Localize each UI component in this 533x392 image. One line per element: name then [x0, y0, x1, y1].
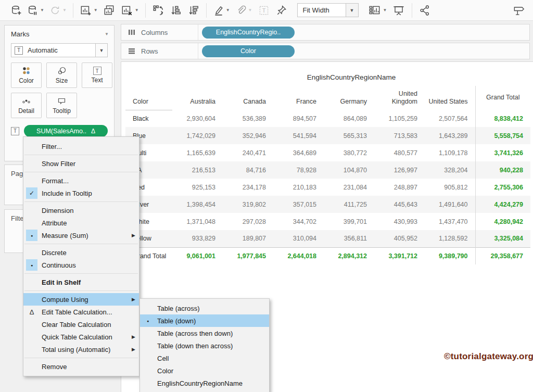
menu-item-englishcountryregionname[interactable]: EnglishCountryRegionName: [140, 377, 269, 389]
new-worksheet-caret-icon[interactable]: ▼: [94, 8, 98, 12]
menu-item-dimension[interactable]: Dimension: [23, 204, 139, 217]
value-cell[interactable]: 1,398,454: [172, 196, 223, 213]
menu-item-edit-table-calculation[interactable]: ΔEdit Table Calculation...: [23, 306, 139, 318]
sort-ascending-button[interactable]: [170, 4, 182, 17]
value-cell[interactable]: 210,183: [273, 179, 324, 196]
value-cell[interactable]: 2,507,564: [425, 110, 475, 127]
value-cell[interactable]: 1,109,178: [425, 144, 475, 161]
value-cell[interactable]: 1,437,470: [425, 213, 475, 230]
mark-type-dropdown[interactable]: T Automatic ▼: [11, 43, 108, 57]
menu-item-color[interactable]: Color: [140, 364, 269, 377]
value-cell[interactable]: 9,061,001: [172, 247, 223, 264]
value-cell[interactable]: 240,471: [223, 144, 273, 161]
value-cell[interactable]: 1,977,845: [223, 247, 273, 264]
color-shelf-button[interactable]: Color: [11, 62, 42, 88]
value-cell[interactable]: 1,491,640: [425, 196, 475, 213]
column-header-germany[interactable]: Germany: [324, 86, 374, 110]
marks-card-caret-icon[interactable]: ▼: [105, 32, 109, 36]
highlight-caret-icon[interactable]: ▼: [226, 8, 230, 12]
mark-type-caret-icon[interactable]: ▼: [95, 44, 107, 57]
value-cell[interactable]: 231,084: [324, 179, 374, 196]
column-header-canada[interactable]: Canada: [223, 86, 273, 110]
menu-item-compute-using[interactable]: Compute Using▶: [23, 293, 139, 306]
value-cell[interactable]: 5,558,754: [475, 127, 530, 144]
show-cards-caret-icon[interactable]: ▼: [383, 8, 387, 12]
value-cell[interactable]: 352,946: [223, 127, 273, 144]
menu-item-filter[interactable]: Filter...: [23, 140, 139, 153]
value-cell[interactable]: 364,689: [273, 144, 324, 161]
value-cell[interactable]: 405,952: [374, 230, 425, 247]
value-cell[interactable]: 78,928: [273, 161, 324, 179]
rows-pill-color[interactable]: Color: [202, 45, 295, 57]
menu-item-measure-sum[interactable]: ●Measure (Sum)▶: [23, 229, 139, 242]
menu-item-quick-table-calculation[interactable]: Quick Table Calculation▶: [23, 331, 139, 343]
value-cell[interactable]: 126,997: [374, 161, 425, 179]
value-cell[interactable]: 2,644,018: [273, 247, 324, 264]
value-cell[interactable]: 248,897: [374, 179, 425, 196]
value-cell[interactable]: 380,772: [324, 144, 374, 161]
menu-item-table-down[interactable]: ●Table (down): [140, 314, 269, 327]
value-cell[interactable]: 4,280,942: [475, 213, 530, 230]
menu-item-table-across[interactable]: Table (across): [140, 302, 269, 314]
value-cell[interactable]: 3,391,712: [374, 247, 425, 264]
value-cell[interactable]: 1,165,639: [172, 144, 223, 161]
column-header-united-kingdom[interactable]: United Kingdom: [374, 86, 425, 110]
value-cell[interactable]: 356,811: [324, 230, 374, 247]
row-header-color[interactable]: Color: [125, 86, 172, 110]
fix-axes-pin-button[interactable]: [275, 4, 288, 17]
row-label[interactable]: Black: [125, 110, 172, 127]
column-header-grand-total[interactable]: Grand Total: [475, 86, 530, 110]
new-data-source-icon[interactable]: [10, 5, 22, 16]
value-cell[interactable]: 8,838,412: [475, 110, 530, 127]
column-header-united-states[interactable]: United States: [425, 86, 475, 110]
menu-item-total-using-automatic[interactable]: Total using (Automatic)▶: [23, 343, 139, 356]
column-header-france[interactable]: France: [273, 86, 324, 110]
presentation-mode-button[interactable]: [392, 4, 405, 17]
clear-sheet-button[interactable]: ▼: [121, 4, 139, 17]
mark-type-value[interactable]: Automatic: [23, 46, 95, 54]
column-field-title[interactable]: EnglishCountryRegionName: [172, 69, 530, 86]
value-cell[interactable]: 430,993: [374, 213, 425, 230]
duplicate-sheet-button[interactable]: [103, 4, 116, 17]
value-cell[interactable]: 933,829: [172, 230, 223, 247]
value-cell[interactable]: 565,313: [324, 127, 374, 144]
value-cell[interactable]: 411,725: [324, 196, 374, 213]
menu-item-clear-table-calculation[interactable]: Clear Table Calculation: [23, 318, 139, 331]
value-cell[interactable]: 1,105,259: [374, 110, 425, 127]
value-cell[interactable]: 445,643: [374, 196, 425, 213]
new-worksheet-button[interactable]: ▼: [80, 4, 98, 17]
value-cell[interactable]: 29,358,677: [475, 247, 530, 264]
fit-selector[interactable]: Fit Width ▼: [297, 3, 359, 17]
pause-auto-updates-button[interactable]: ▼: [27, 5, 44, 16]
columns-pill-englishcountryregionname[interactable]: EnglishCountryRegio..: [202, 27, 295, 39]
size-shelf-button[interactable]: Size: [46, 62, 77, 88]
fit-selector-value[interactable]: Fit Width: [298, 6, 346, 14]
value-cell[interactable]: 894,507: [273, 110, 324, 127]
menu-item-continuous[interactable]: ●Continuous: [23, 259, 139, 271]
value-cell[interactable]: 905,812: [425, 179, 475, 196]
value-cell[interactable]: 480,577: [374, 144, 425, 161]
value-cell[interactable]: 3,741,326: [475, 144, 530, 161]
value-cell[interactable]: 319,802: [223, 196, 273, 213]
menu-item-remove[interactable]: Remove: [23, 360, 139, 373]
value-cell[interactable]: 310,094: [273, 230, 324, 247]
sum-salesamount-pill[interactable]: SUM(SalesAmo.. Δ: [24, 125, 108, 137]
show-me-button[interactable]: [512, 4, 526, 17]
swap-rows-columns-button[interactable]: [152, 4, 164, 17]
value-cell[interactable]: 1,742,029: [172, 127, 223, 144]
value-cell[interactable]: 713,583: [374, 127, 425, 144]
menu-item-edit-in-shelf[interactable]: Edit in Shelf: [23, 276, 139, 288]
highlight-button[interactable]: ▼: [213, 5, 230, 16]
column-header-australia[interactable]: Australia: [172, 86, 223, 110]
value-cell[interactable]: 1,128,592: [425, 230, 475, 247]
menu-item-discrete[interactable]: Discrete: [23, 246, 139, 259]
value-cell[interactable]: 104,870: [324, 161, 374, 179]
menu-item-format[interactable]: Format...: [23, 174, 139, 187]
detail-shelf-button[interactable]: Detail: [11, 93, 42, 118]
value-cell[interactable]: 84,716: [223, 161, 273, 179]
text-shelf-button[interactable]: T Text: [82, 62, 112, 88]
value-cell[interactable]: 541,594: [273, 127, 324, 144]
menu-item-table-down-then-across[interactable]: Table (down then across): [140, 339, 269, 352]
value-cell[interactable]: 2,894,312: [324, 247, 374, 264]
fit-selector-caret-icon[interactable]: ▼: [346, 4, 358, 17]
